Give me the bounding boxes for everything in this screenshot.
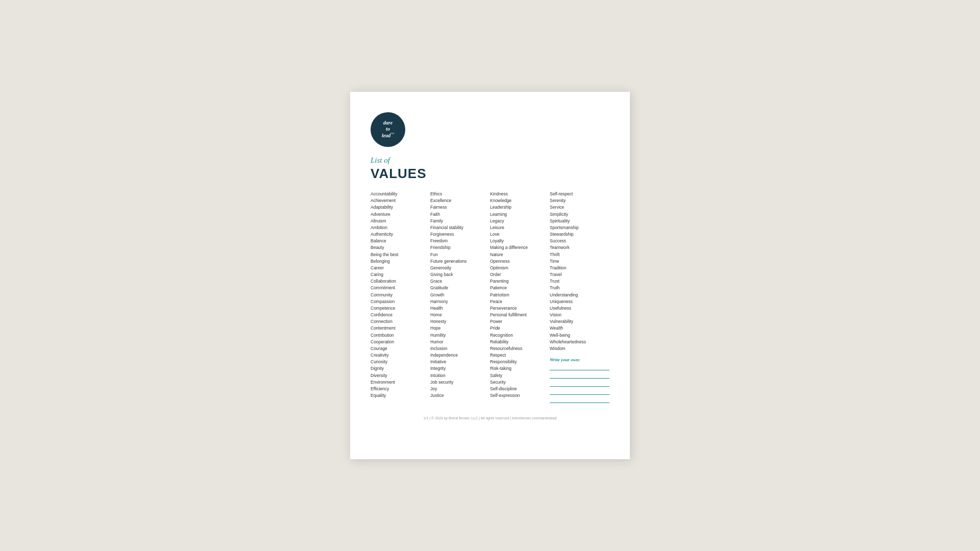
list-item: Humor [430, 339, 490, 345]
list-item: Generosity [430, 265, 490, 271]
list-item: Community [371, 292, 430, 298]
list-item: Future generations [430, 258, 490, 265]
list-item: Personal fulfillment [490, 312, 550, 318]
list-item: Home [430, 312, 490, 318]
footer-text: 1/1 | © 2020 by Brené Brown, LLC | All r… [424, 416, 557, 420]
list-item: Kindness [490, 191, 550, 197]
column-2: EthicsExcellenceFairnessFaithFamilyFinan… [430, 191, 490, 406]
values-columns: AccountabilityAchievementAdaptabilityAdv… [371, 191, 609, 406]
list-item: Justice [430, 392, 490, 399]
list-item: Equality [371, 392, 430, 399]
write-line[interactable] [550, 398, 609, 403]
logo-tm: ™ [390, 132, 394, 136]
list-item: Collaboration [371, 278, 430, 285]
write-line[interactable] [550, 382, 609, 387]
list-item: Achievement [371, 197, 430, 204]
list-item: Harmony [430, 298, 490, 305]
list-item: Courage [371, 345, 430, 352]
list-item: Honesty [430, 318, 490, 325]
logo: daretolead™ [371, 112, 405, 147]
list-item: Thrift [550, 252, 609, 258]
list-item: Peace [490, 298, 550, 305]
list-item: Excellence [430, 197, 490, 204]
list-item: Tradition [550, 265, 609, 271]
list-item: Usefulness [550, 305, 609, 312]
list-item: Optimism [490, 265, 550, 271]
list-item: Risk-taking [490, 365, 550, 372]
list-item: Service [550, 204, 609, 211]
list-of-label: List of [371, 156, 609, 165]
list-item: Intuition [430, 372, 490, 379]
write-line[interactable] [550, 373, 609, 379]
write-your-own-label: Write your own: [550, 357, 609, 362]
list-item: Loyalty [490, 238, 550, 244]
list-item: Spirituality [550, 218, 609, 224]
list-item: Caring [371, 271, 430, 278]
list-item: Truth [550, 285, 609, 291]
list-item: Travel [550, 271, 609, 278]
column-1: AccountabilityAchievementAdaptabilityAdv… [371, 191, 430, 406]
list-item: Vision [550, 312, 609, 318]
list-item: Beauty [371, 244, 430, 251]
list-item: Ambition [371, 224, 430, 231]
list-item: Ethics [430, 191, 490, 197]
list-item: Reliability [490, 339, 550, 345]
list-item: Integrity [430, 365, 490, 372]
footer: 1/1 | © 2020 by Brené Brown, LLC | All r… [371, 416, 609, 420]
list-item: Openness [490, 258, 550, 265]
list-item: Growth [430, 292, 490, 298]
list-item: Safety [490, 372, 550, 379]
list-item: Love [490, 231, 550, 238]
list-item: Making a difference [490, 244, 550, 251]
list-item: Health [430, 305, 490, 312]
list-item: Balance [371, 238, 430, 244]
list-item: Parenting [490, 278, 550, 285]
list-item: Trust [550, 278, 609, 285]
list-item: Dignity [371, 365, 430, 372]
list-item: Confidence [371, 312, 430, 318]
list-item: Job security [430, 379, 490, 386]
list-item: Wisdom [550, 345, 609, 352]
list-item: Vulnerability [550, 318, 609, 325]
list-item: Patriotism [490, 292, 550, 298]
logo-text: daretolead™ [382, 120, 394, 139]
list-item: Power [490, 318, 550, 325]
list-item: Initiative [430, 359, 490, 365]
values-title: VALUES [371, 166, 609, 182]
list-item: Independence [430, 352, 490, 359]
list-item: Being the best [371, 252, 430, 258]
list-item: Security [490, 379, 550, 386]
write-line[interactable] [550, 365, 609, 370]
list-item: Grace [430, 278, 490, 285]
list-item: Competence [371, 305, 430, 312]
list-item: Sportsmanship [550, 224, 609, 231]
list-item: Pride [490, 325, 550, 332]
list-item: Joy [430, 386, 490, 392]
list-item: Commitment [371, 285, 430, 291]
list-item: Well-being [550, 332, 609, 339]
list-item: Contribution [371, 332, 430, 339]
list-item: Curiosity [371, 359, 430, 365]
write-line[interactable] [550, 390, 609, 395]
write-your-own-section: Write your own: [550, 357, 609, 406]
list-item: Contentment [371, 325, 430, 332]
list-item: Authenticity [371, 231, 430, 238]
list-item: Respect [490, 352, 550, 359]
list-item: Responsibility [490, 359, 550, 365]
list-item: Self-expression [490, 392, 550, 399]
list-item: Giving back [430, 271, 490, 278]
list-item: Hope [430, 325, 490, 332]
list-item: Nature [490, 252, 550, 258]
list-item: Diversity [371, 372, 430, 379]
list-item: Adaptability [371, 204, 430, 211]
list-item: Wealth [550, 325, 609, 332]
list-item: Family [430, 218, 490, 224]
list-item: Career [371, 265, 430, 271]
list-item: Self-discipline [490, 386, 550, 392]
list-item: Cooperation [371, 339, 430, 345]
list-item: Learning [490, 211, 550, 218]
list-item: Leisure [490, 224, 550, 231]
list-item: Resourcefulness [490, 345, 550, 352]
list-item: Order [490, 271, 550, 278]
column-4: Self-respectSerenityServiceSimplicitySpi… [550, 191, 609, 406]
